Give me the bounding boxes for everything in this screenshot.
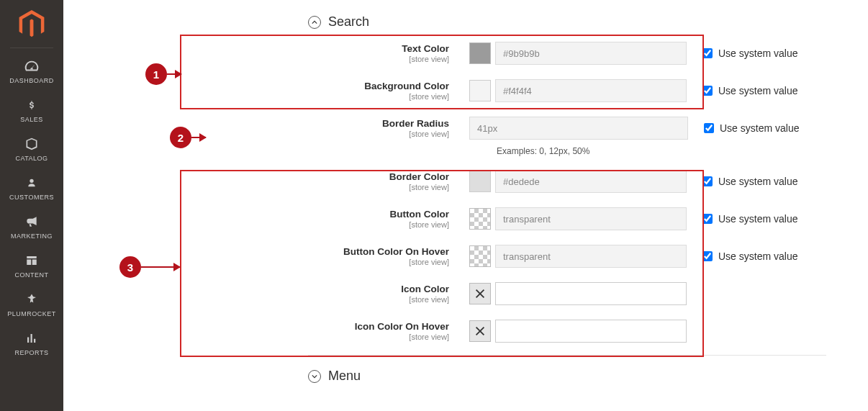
callout-1: 1	[145, 63, 167, 85]
use-system-label: Use system value	[718, 250, 797, 262]
field-label: Icon Color	[308, 284, 449, 294]
text-color-input[interactable]	[495, 42, 687, 65]
sidebar-divider	[10, 48, 53, 48]
use-system-checkbox-label[interactable]: Use system value	[702, 250, 797, 262]
nav-customers[interactable]: CUSTOMERS	[0, 168, 63, 207]
chevron-up-icon	[308, 16, 321, 29]
nav-label: MARKETING	[0, 232, 63, 240]
field-icon-hover-color: Icon Color On Hover [store view]	[308, 317, 826, 345]
nav-catalog[interactable]: CATALOG	[0, 129, 63, 168]
scope-label: [store view]	[308, 220, 449, 229]
magento-logo	[19, 10, 45, 39]
nav-label: CATALOG	[0, 155, 63, 162]
scope-label: [store view]	[308, 130, 449, 138]
field-label: Button Color	[308, 209, 449, 220]
nav-plumrocket[interactable]: PLUMROCKET	[0, 284, 63, 323]
use-system-checkbox[interactable]	[704, 123, 714, 133]
field-background-color: Background Color [store view] Use system…	[308, 77, 826, 104]
nav-reports[interactable]: REPORTS	[0, 323, 63, 362]
nav-label: REPORTS	[0, 349, 63, 356]
field-label: Border Radius	[308, 118, 449, 129]
gauge-icon	[0, 58, 63, 74]
arrow-2	[191, 137, 206, 138]
border-radius-input[interactable]	[469, 117, 688, 140]
field-label: Background Color	[308, 81, 449, 91]
color-swatch-clear[interactable]	[469, 320, 491, 342]
button-color-input[interactable]	[495, 207, 687, 230]
nav-content[interactable]: CONTENT	[0, 245, 63, 284]
callout-3: 3	[119, 256, 141, 278]
field-label: Icon Color On Hover	[308, 321, 449, 332]
use-system-checkbox[interactable]	[702, 48, 713, 58]
scope-label: [store view]	[308, 333, 449, 341]
field-text-color: Text Color [store view] Use system value	[308, 40, 826, 67]
use-system-checkbox-label[interactable]: Use system value	[702, 176, 797, 187]
use-system-checkbox[interactable]	[702, 251, 713, 261]
person-icon	[0, 175, 63, 191]
nav-label: SALES	[0, 116, 63, 123]
use-system-checkbox-label[interactable]: Use system value	[704, 122, 799, 134]
field-border-radius: Border Radius [store view] Use system va…	[308, 114, 826, 142]
use-system-checkbox-label[interactable]: Use system value	[702, 85, 797, 96]
nav-label: PLUMROCKET	[0, 310, 63, 317]
use-system-label: Use system value	[718, 48, 797, 59]
nav-label: CUSTOMERS	[0, 194, 63, 201]
section-toggle-menu[interactable]: Menu	[308, 369, 868, 384]
field-button-hover-color: Button Color On Hover [store view] Use s…	[308, 243, 826, 270]
use-system-label: Use system value	[718, 213, 797, 225]
scope-label: [store view]	[308, 295, 449, 304]
section-title: Search	[328, 14, 369, 30]
use-system-checkbox[interactable]	[702, 86, 713, 96]
field-label: Button Color On Hover	[308, 246, 449, 257]
section-divider	[308, 355, 826, 356]
arrow-3	[141, 266, 180, 268]
field-border-color: Border Color [store view] Use system val…	[308, 168, 826, 195]
box-icon	[0, 136, 63, 152]
use-system-checkbox-label[interactable]: Use system value	[702, 48, 797, 59]
nav-sales[interactable]: SALES	[0, 90, 63, 129]
plumrocket-icon	[0, 292, 63, 307]
scope-label: [store view]	[308, 258, 449, 266]
admin-sidebar: DASHBOARD SALES CATALOG CUSTOMERS MARKET…	[0, 0, 63, 411]
field-icon-color: Icon Color [store view]	[308, 280, 826, 307]
color-swatch[interactable]	[469, 171, 491, 192]
arrow-1	[167, 73, 181, 75]
use-system-checkbox[interactable]	[702, 214, 713, 224]
border-color-input[interactable]	[495, 170, 687, 193]
button-hover-input[interactable]	[495, 245, 687, 268]
svg-marker-1	[30, 19, 34, 37]
color-swatch[interactable]	[469, 245, 491, 267]
nav-dashboard[interactable]: DASHBOARD	[0, 51, 63, 90]
color-swatch[interactable]	[469, 42, 491, 64]
config-panel: Search Text Color [store view] Use syste…	[63, 0, 868, 411]
use-system-label: Use system value	[718, 176, 797, 187]
use-system-label: Use system value	[718, 85, 797, 96]
field-button-color: Button Color [store view] Use system val…	[308, 205, 826, 232]
use-system-checkbox[interactable]	[702, 176, 713, 186]
callout-2: 2	[170, 127, 191, 148]
helper-text: Examples: 0, 12px, 50%	[497, 146, 826, 156]
x-icon	[474, 325, 487, 338]
color-swatch-clear[interactable]	[469, 283, 491, 304]
dollar-icon	[0, 97, 63, 113]
bg-color-input[interactable]	[495, 79, 687, 102]
icon-color-input[interactable]	[495, 282, 687, 305]
layout-icon	[0, 253, 63, 268]
x-icon	[474, 287, 487, 300]
field-label: Border Color	[308, 171, 449, 182]
scope-label: [store view]	[308, 183, 449, 191]
use-system-label: Use system value	[720, 122, 799, 134]
icon-hover-input[interactable]	[495, 320, 687, 343]
field-label: Text Color	[308, 43, 449, 54]
color-swatch[interactable]	[469, 80, 491, 101]
nav-label: DASHBOARD	[0, 77, 63, 84]
section-toggle-search[interactable]: Search	[308, 14, 868, 30]
nav-marketing[interactable]: MARKETING	[0, 207, 63, 245]
scope-label: [store view]	[308, 92, 449, 101]
use-system-checkbox-label[interactable]: Use system value	[702, 213, 797, 225]
megaphone-icon	[0, 214, 63, 230]
section-title: Menu	[328, 369, 361, 384]
color-swatch[interactable]	[469, 208, 491, 230]
bar-chart-icon	[0, 330, 63, 346]
scope-label: [store view]	[308, 55, 449, 63]
